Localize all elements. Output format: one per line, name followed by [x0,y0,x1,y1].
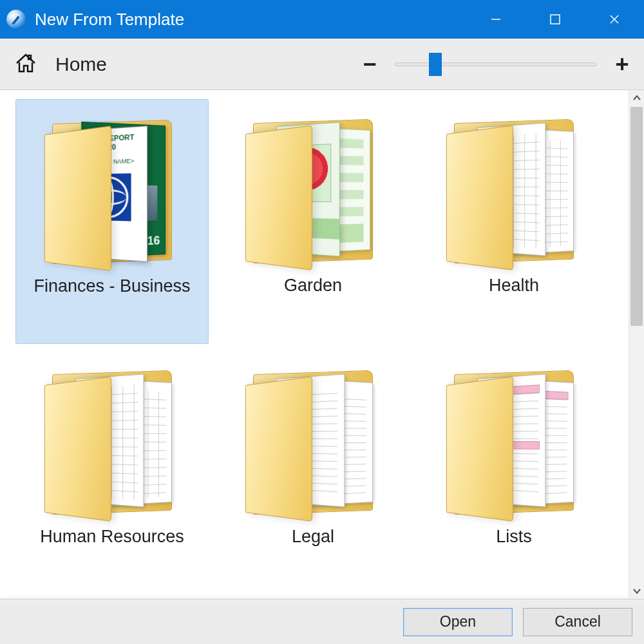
scroll-up-icon[interactable] [629,90,644,106]
folder-icon [446,113,582,261]
template-grid: 16 NUAL REPORT 2020 COMPANY NAME> Financ… [0,90,629,599]
close-button[interactable] [585,0,644,39]
folder-finances-business[interactable]: 16 NUAL REPORT 2020 COMPANY NAME> Financ… [15,99,209,344]
folder-icon [245,113,381,261]
folder-label: Finances - Business [33,276,190,296]
window-title: New From Template [35,10,466,30]
svg-rect-1 [551,15,560,24]
folder-human-resources[interactable]: Human Resources [15,350,209,595]
zoom-in-button[interactable]: + [614,51,630,78]
maximize-button[interactable] [526,0,585,39]
folder-label: Lists [496,527,532,547]
breadcrumb[interactable]: Home [55,53,107,75]
footer: Open Cancel [0,599,644,644]
zoom-out-button[interactable]: − [362,51,377,78]
folder-label: Human Resources [40,527,184,547]
open-button[interactable]: Open [403,608,513,636]
toolbar: Home − + [0,39,644,90]
folder-icon: 16 NUAL REPORT 2020 COMPANY NAME> [44,114,180,262]
folder-lists[interactable]: Lists [417,350,611,595]
folder-label: Garden [284,276,342,296]
scroll-down-icon[interactable] [629,583,644,599]
vertical-scrollbar[interactable] [629,90,644,599]
cancel-button[interactable]: Cancel [523,608,632,636]
folder-icon [446,365,582,513]
folder-health[interactable]: Health [417,99,611,344]
minimize-button[interactable] [466,0,526,39]
folder-icon [44,365,180,513]
folder-label: Health [489,276,539,296]
scrollbar-thumb[interactable] [630,107,643,326]
folder-icon [245,365,381,513]
folder-legal[interactable]: Legal [216,350,410,595]
folder-label: Legal [292,527,334,547]
home-icon[interactable] [14,52,37,77]
app-icon [6,10,26,29]
titlebar: New From Template [0,0,644,39]
folder-garden[interactable]: Garden [216,99,410,344]
zoom-slider[interactable] [395,57,596,72]
